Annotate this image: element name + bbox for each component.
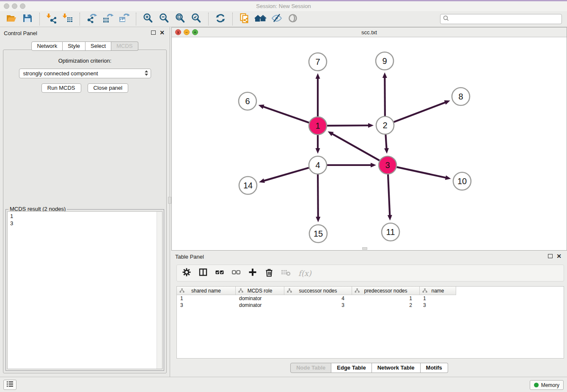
table-row[interactable]: 3dominator323 — [177, 302, 564, 309]
open-folder-icon — [6, 13, 17, 25]
table-tab-network-table[interactable]: Network Table — [372, 363, 421, 373]
zoom-in-button[interactable] — [140, 12, 156, 26]
delete-table-button[interactable] — [281, 268, 291, 278]
network-titlebar[interactable]: x − + scc.txt — [172, 28, 567, 37]
table-cell[interactable]: dominator — [236, 302, 284, 309]
delete-column-button[interactable] — [264, 268, 274, 278]
tab-network[interactable]: Network — [31, 41, 63, 51]
import-table-button[interactable] — [60, 12, 76, 26]
close-panel-icon[interactable]: ✕ — [160, 29, 165, 36]
export-image-button[interactable] — [116, 12, 132, 26]
window-title: Session: New Session — [0, 3, 567, 9]
search-input[interactable] — [451, 16, 559, 22]
search-field[interactable] — [440, 14, 562, 24]
network-canvas[interactable]: 7968124314101511 — [172, 37, 567, 250]
graph-edge-3-1[interactable] — [332, 134, 380, 161]
import-table-icon — [62, 13, 73, 25]
close-panel-button[interactable]: Close panel — [88, 83, 129, 93]
float-panel-icon[interactable] — [151, 30, 156, 35]
close-panel-icon[interactable]: ✕ — [556, 253, 561, 259]
graph-edge-arrowhead — [258, 105, 264, 109]
graph-edge-2-8[interactable] — [394, 102, 446, 122]
copy-view-button[interactable] — [237, 12, 253, 26]
export-image-icon — [118, 13, 129, 25]
export-table-button[interactable] — [100, 12, 116, 26]
refresh-view-button[interactable] — [212, 12, 228, 26]
zoom-out-icon — [159, 13, 170, 25]
run-mcds-button[interactable]: Run MCDS — [41, 83, 81, 93]
zoom-out-button[interactable] — [156, 12, 172, 26]
table-cell[interactable]: 4 — [284, 295, 352, 302]
horizontal-splitter-handle[interactable] — [362, 247, 367, 250]
deselect-all-button[interactable] — [231, 268, 241, 278]
graph-edge-arrowhead — [316, 73, 320, 79]
criterion-value: strongly connected component — [23, 70, 98, 77]
graph-edge-3-11[interactable] — [388, 174, 390, 216]
tab-mcds[interactable]: MCDS — [111, 41, 138, 51]
status-bar: Memory — [0, 377, 567, 392]
save-session-button[interactable] — [19, 12, 36, 26]
zoom-fit-button[interactable] — [172, 12, 188, 26]
table-panel-tabs: Node TableEdge TableNetwork TableMotifs — [171, 363, 567, 373]
select-stepper-icon — [145, 70, 148, 76]
network-graph[interactable]: 7968124314101511 — [172, 37, 567, 250]
table-cell[interactable]: 1 — [352, 295, 420, 302]
home-layout-button[interactable] — [253, 12, 269, 26]
export-table-icon — [102, 13, 113, 25]
graph-edge-4-14[interactable] — [263, 168, 308, 181]
import-network-button[interactable] — [44, 12, 60, 26]
ui-settings-button[interactable] — [3, 380, 17, 390]
mcds-result-area[interactable]: 1 3 — [7, 211, 162, 369]
graph-edge-1-6[interactable] — [263, 107, 309, 123]
table-toolbar: f(x) — [176, 265, 564, 282]
table-tab-node-table[interactable]: Node Table — [290, 363, 331, 373]
table-cell[interactable]: 3 — [284, 302, 352, 309]
hide-panel-button[interactable] — [269, 12, 285, 26]
show-panel-button[interactable] — [285, 12, 301, 26]
open-file-button[interactable] — [3, 12, 19, 26]
memory-button[interactable]: Memory — [530, 380, 564, 390]
vertical-splitter-handle[interactable] — [168, 197, 171, 204]
select-all-button[interactable] — [215, 268, 224, 278]
table-cell[interactable]: 1 — [420, 295, 456, 302]
column-header-mcds-role[interactable]: MCDS role — [236, 287, 284, 295]
show-columns-button[interactable] — [198, 268, 208, 278]
graph-edge-arrowhead — [368, 123, 374, 128]
function-builder-button[interactable]: f(x) — [298, 268, 311, 278]
graph-edge-arrowhead — [384, 148, 389, 154]
table-tab-motifs[interactable]: Motifs — [421, 363, 448, 373]
tab-select[interactable]: Select — [85, 41, 111, 51]
table-row[interactable]: 1dominator411 — [177, 295, 564, 302]
table-cell[interactable]: dominator — [236, 295, 284, 302]
memory-label: Memory — [541, 382, 559, 388]
result-scrollbar[interactable] — [157, 212, 162, 369]
deselect-all-icon — [231, 268, 241, 279]
graph-edge-2-3[interactable] — [385, 135, 386, 149]
table-panel-title: Table Panel — [175, 254, 204, 260]
column-header-name[interactable]: name — [420, 287, 456, 295]
table-mode-button[interactable] — [182, 268, 191, 278]
graph-edge-3-10[interactable] — [397, 167, 446, 178]
graph-edge-2-9[interactable] — [385, 77, 385, 116]
export-network-button[interactable] — [84, 12, 100, 26]
network-title: scc.txt — [172, 29, 567, 36]
table-cell[interactable]: 3 — [420, 302, 456, 309]
graph-node-label: 6 — [245, 97, 250, 106]
zoom-selected-button[interactable] — [188, 12, 204, 26]
graph-edge-arrowhead — [259, 179, 265, 183]
graph-node-label: 3 — [385, 160, 390, 170]
column-header-shared-name[interactable]: shared name — [177, 287, 236, 295]
criterion-select[interactable]: strongly connected component — [19, 69, 151, 78]
graph-edge-4-15[interactable] — [318, 174, 318, 218]
tab-style[interactable]: Style — [63, 41, 85, 51]
column-header-predecessor-nodes[interactable]: predecessor nodes — [352, 287, 420, 295]
graph-edge-1-2[interactable] — [327, 125, 369, 126]
table-tab-edge-table[interactable]: Edge Table — [331, 363, 372, 373]
add-column-button[interactable] — [248, 268, 257, 278]
table-cell[interactable]: 3 — [177, 302, 236, 309]
column-header-successor-nodes[interactable]: successor nodes — [284, 287, 352, 295]
table-cell[interactable]: 2 — [352, 302, 420, 309]
delete-table-icon — [281, 268, 291, 279]
table-cell[interactable]: 1 — [177, 295, 236, 302]
float-panel-icon[interactable] — [548, 254, 553, 258]
